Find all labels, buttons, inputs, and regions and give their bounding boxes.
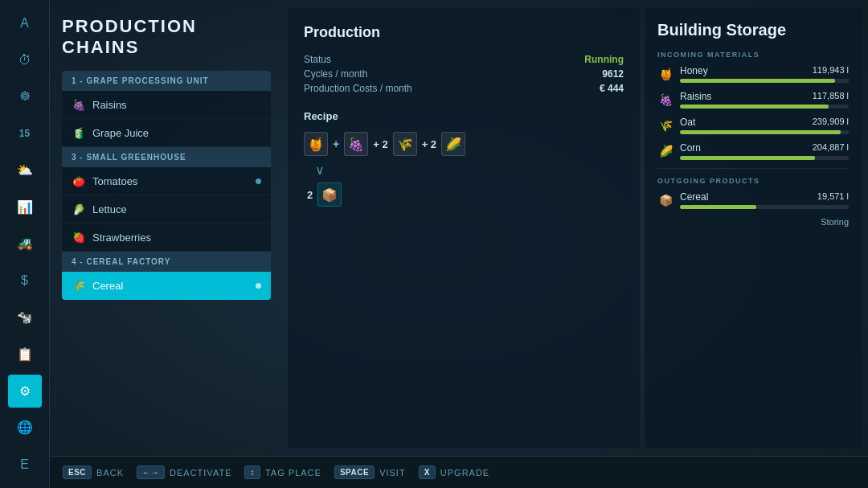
tagplace-label: TAG PLACE [265,468,321,478]
sidebar-item-e[interactable]: E [8,448,42,482]
sidebar-item-a[interactable]: A [8,6,42,40]
upgrade-label: UPGRADE [440,468,489,478]
corn-bar-container [680,156,849,160]
recipe-arrow: ∨ [304,162,624,178]
calendar-icon: 15 [19,129,30,138]
chain-header-cereal: 4 - CEREAL FACTORY [62,252,271,272]
recipe-inputs-row: 🍯 + 🍇 + 2 🌾 + 2 🌽 [304,132,624,156]
sidebar-item-globe[interactable]: 🌐 [8,411,42,445]
bottom-bar: ESC BACK ←→ DEACTIVATE ↕ TAG PLACE SPACE… [50,456,868,488]
deactivate-label: DEACTIVATE [170,468,231,478]
sidebar-item-calendar[interactable]: 15 [8,117,42,150]
stat-row-status: Status Running [304,54,624,65]
tractor-icon: 🚜 [17,237,33,250]
sidebar-item-factory[interactable]: ⚙ [8,375,42,408]
raisins-amount: 117,858 l [813,91,849,100]
cereal-storing-status: Storing [657,217,849,227]
chart-icon: 📊 [17,201,33,214]
stat-status-label: Status [304,54,331,65]
chain-header-greenhouse: 3 - SMALL GREENHOUSE [62,147,271,167]
corn-bar [680,156,815,160]
book-icon: 📋 [17,348,33,361]
chain-item-grape-juice[interactable]: 🧃 Grape Juice [62,119,271,147]
oat-icon: 🌾 [657,117,674,133]
lettuce-icon: 🥬 [72,202,86,216]
corn-icon: 🌽 [657,143,674,159]
honey-bar-container [680,79,849,83]
strawberries-label: Strawberries [92,232,151,244]
sidebar-item-cow[interactable]: 🐄 [8,301,42,334]
strawberries-icon: 🍓 [72,230,86,244]
chain-item-strawberries[interactable]: 🍓 Strawberries [62,223,271,252]
grape-juice-label: Grape Juice [92,127,149,139]
a-icon: A [20,17,29,30]
cereal-out-bar-container [680,205,849,209]
raisins-bar [680,105,829,109]
raisins-storage-icon: 🍇 [657,92,674,108]
stat-costs-label: Production Costs / month [304,83,412,94]
cereal-label: Cereal [92,280,123,292]
recipe-honey-icon: 🍯 [304,132,328,156]
money-icon: $ [21,274,28,287]
left-panel: PRODUCTION CHAINS 1 - GRAPE PROCESSING U… [50,0,283,456]
recipe-corn-icon: 🌽 [441,132,465,156]
storage-item-cereal-out: 📦 Cereal 19,571 l [657,191,849,209]
cereal-dot [256,283,261,289]
stat-cycles-value: 9612 [602,68,624,80]
key-upgrade[interactable]: X UPGRADE [419,465,490,479]
recipe-output-row: 2 📦 [304,182,624,207]
sidebar-item-wheel[interactable]: ☸ [8,80,42,114]
tagplace-badge: ↕ [244,465,260,479]
tomatoes-dot [256,178,261,184]
sidebar-item-time[interactable]: ⏱ [8,43,42,77]
esc-badge: ESC [63,465,92,479]
incoming-label: INCOMING MATERIALS [657,51,849,59]
cereal-out-bar [680,205,756,209]
stat-row-costs: Production Costs / month € 444 [304,83,624,94]
factory-icon: ⚙ [19,385,31,398]
production-stats: Status Running Cycles / month 9612 Produ… [304,54,624,94]
chain-item-tomatoes[interactable]: 🍅 Tomatoes [62,167,271,195]
cereal-icon: 🌾 [72,278,86,293]
stat-costs-value: € 444 [600,83,624,94]
wheel-icon: ☸ [19,90,31,103]
key-esc[interactable]: ESC BACK [63,465,124,479]
cereal-out-icon: 📦 [657,192,674,208]
storage-divider [657,168,849,169]
storage-item-raisins: 🍇 Raisins 117,858 l [657,91,849,109]
recipe-output-amount: 2 [307,189,313,201]
key-tagplace[interactable]: ↕ TAG PLACE [244,465,321,479]
weather-icon: ⛅ [17,164,33,177]
page-title: PRODUCTION CHAINS [62,16,271,58]
production-panel: Production Status Running Cycles / month… [288,8,640,448]
cereal-out-amount: 19,571 l [817,191,849,201]
recipe-raisins-icon: 🍇 [344,132,368,156]
key-deactivate[interactable]: ←→ DEACTIVATE [137,465,231,479]
e-icon: E [20,458,29,471]
oat-bar [680,130,841,134]
chain-item-raisins[interactable]: 🍇 Raisins [62,91,271,119]
sidebar-item-money[interactable]: $ [8,264,42,297]
recipe-num-2: + 2 [373,138,387,150]
chain-item-cereal[interactable]: 🌾 Cereal [62,272,271,300]
lettuce-label: Lettuce [92,203,127,215]
oat-amount: 239,909 l [813,117,849,126]
recipe-output-icon: 📦 [317,182,342,207]
tomatoes-label: Tomatoes [92,175,137,187]
storage-panel: Building Storage INCOMING MATERIALS 🍯 Ho… [645,8,862,448]
sidebar-item-tractor[interactable]: 🚜 [8,228,42,261]
honey-icon: 🍯 [657,66,674,82]
honey-amount: 119,943 l [813,65,849,75]
sidebar-item-weather[interactable]: ⛅ [8,154,42,187]
sidebar-item-book[interactable]: 📋 [8,338,42,371]
arrow-down-icon: ∨ [315,162,325,178]
stat-status-value: Running [584,54,624,65]
recipe-title: Recipe [304,110,624,122]
storage-item-honey: 🍯 Honey 119,943 l [657,65,849,83]
stat-row-cycles: Cycles / month 9612 [304,68,624,80]
chain-item-lettuce[interactable]: 🥬 Lettuce [62,195,271,223]
raisins-bar-container [680,105,849,109]
tomatoes-icon: 🍅 [72,174,86,188]
key-visit[interactable]: SPACE VISIT [334,465,406,479]
sidebar-item-chart[interactable]: 📊 [8,191,42,224]
